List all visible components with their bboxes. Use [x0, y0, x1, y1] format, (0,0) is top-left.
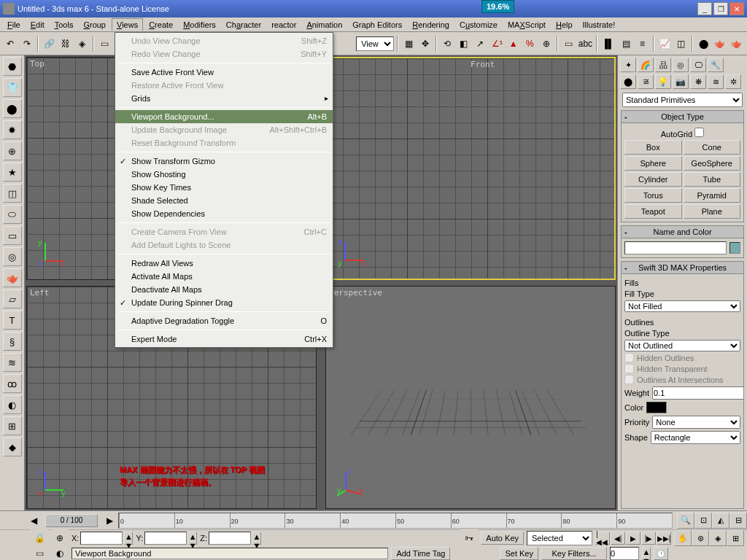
current-frame-input[interactable]	[610, 547, 639, 560]
outline-type-dropdown[interactable]: Not Outlined	[624, 340, 740, 351]
tab-utilities-icon[interactable]: 🔧	[708, 58, 724, 72]
swift3d-header[interactable]: Swift 3D MAX Properties	[622, 262, 743, 274]
primitive-plane-button[interactable]: Plane	[684, 204, 741, 219]
tab-torus-icon[interactable]: ◎	[3, 247, 22, 266]
primitive-geosphere-button[interactable]: GeoSphere	[684, 156, 741, 171]
views-menu-item[interactable]: Show Ghosting	[115, 168, 333, 181]
tab-spacewarps-icon[interactable]: ★	[3, 163, 22, 182]
tab-teapot-icon[interactable]: 🫖	[3, 268, 22, 287]
fill-type-dropdown[interactable]: Not Filled	[624, 300, 740, 312]
tab-plane-icon[interactable]: ▱	[3, 289, 22, 308]
timeline-prev-icon[interactable]: ◀	[25, 512, 42, 529]
keyfilters-button[interactable]: Key Filters...	[541, 547, 607, 560]
menu-grapheditors[interactable]: Graph Editors	[348, 19, 406, 31]
prev-frame-icon[interactable]: ◀|	[611, 532, 625, 545]
tab-lights-icon[interactable]: ⬤	[3, 99, 22, 118]
outline-color-swatch[interactable]	[646, 402, 667, 413]
layers-icon[interactable]: ≡	[635, 35, 650, 52]
window-crossing-icon[interactable]: ▦	[401, 35, 417, 52]
outlines-intersections-checkbox[interactable]	[624, 375, 634, 384]
nav-zoomext-icon[interactable]: ⊟	[729, 513, 747, 529]
primitive-teapot-button[interactable]: Teapot	[624, 204, 682, 219]
key-icon[interactable]: 🗝	[460, 529, 478, 547]
menu-file[interactable]: File	[3, 19, 25, 31]
menu-customize[interactable]: Customize	[455, 19, 502, 31]
play-icon[interactable]: ▶	[626, 532, 640, 545]
priority-dropdown[interactable]: None	[652, 416, 740, 429]
views-menu-item[interactable]: Deactivate All Maps	[115, 283, 333, 296]
z-spinner[interactable]: ▲▼	[252, 532, 261, 545]
nav-minmax-icon[interactable]: ⊞	[727, 530, 744, 546]
sub-lights-icon[interactable]: 💡	[655, 74, 671, 89]
snap-angle-icon[interactable]: ∠³	[489, 35, 505, 52]
bind-icon[interactable]: ◈	[74, 35, 90, 52]
menu-help[interactable]: Help	[551, 19, 577, 31]
time-ruler[interactable]: 0102030405060708090100	[118, 513, 673, 529]
views-menu-item[interactable]: Shade Selected	[115, 194, 333, 207]
nav-walk-icon[interactable]: ◈	[709, 530, 727, 546]
x-spinner[interactable]: ▲▼	[124, 532, 133, 545]
views-menu-item[interactable]: Adaptive Degradation ToggleO	[115, 314, 333, 327]
views-menu-item[interactable]: Update During Spinner Drag	[115, 296, 333, 309]
sub-geometry-icon[interactable]: ⬤	[620, 74, 636, 89]
mirror-icon[interactable]: ▐▌	[600, 35, 616, 52]
menu-edit[interactable]: Edit	[26, 19, 49, 31]
views-menu-item[interactable]: Save Active Front View	[115, 66, 333, 79]
tab-display-icon[interactable]: 🖵	[690, 58, 706, 72]
viewport-perspective[interactable]: Perspective zxy	[325, 286, 616, 509]
menu-character[interactable]: Character	[222, 19, 266, 31]
manip-icon[interactable]: ↗	[473, 35, 488, 52]
views-menu-item[interactable]: Show Transform Gizmo	[115, 155, 333, 168]
name-color-header[interactable]: Name and Color	[622, 226, 743, 238]
percent-snap-icon[interactable]: %	[522, 35, 538, 52]
tab-cameras-icon[interactable]: ✸	[3, 120, 22, 139]
sub-shapes-icon[interactable]: ळ	[638, 74, 654, 89]
material-icon[interactable]: ⬤	[696, 35, 711, 52]
select-icon[interactable]: ▭	[97, 35, 112, 52]
schematic-icon[interactable]: ◫	[673, 35, 689, 52]
hidden-outlines-checkbox[interactable]	[624, 353, 634, 362]
next-frame-icon[interactable]: |▶	[641, 532, 656, 545]
rotate-icon[interactable]: ⟲	[440, 35, 455, 52]
autokey-button[interactable]: Auto Key	[481, 532, 524, 545]
menu-illustrate[interactable]: Illustrate!	[578, 19, 620, 31]
frame-spinner[interactable]: ▲▼	[642, 547, 651, 560]
move-icon[interactable]: ✥	[417, 35, 433, 52]
time-slider[interactable]: 0 / 100	[45, 514, 98, 527]
minimize-button[interactable]: _	[697, 2, 712, 15]
tab-hierarchy-icon[interactable]: 品	[655, 58, 671, 72]
view-selector[interactable]: View	[356, 36, 394, 51]
views-menu-item[interactable]: Activate All Maps	[115, 270, 333, 283]
views-menu-item[interactable]: Grids	[115, 92, 333, 105]
link-icon[interactable]: 🔗	[42, 35, 57, 52]
spinner-snap-icon[interactable]: ⊕	[539, 35, 554, 52]
sub-cameras-icon[interactable]: 📷	[673, 74, 689, 89]
menu-reactor[interactable]: reactor	[267, 19, 301, 31]
hidden-transparent-checkbox[interactable]	[624, 364, 634, 373]
tab-systems-icon[interactable]: ◫	[3, 184, 22, 203]
align-icon[interactable]: ▤	[619, 35, 634, 52]
primitive-pyramid-button[interactable]: Pyramid	[684, 188, 741, 203]
redo-icon[interactable]: ↷	[20, 35, 35, 52]
nav-zoom-icon[interactable]: 🔍	[677, 513, 694, 529]
tab-objects-icon[interactable]: ⬣	[3, 57, 22, 76]
sub-systems-icon[interactable]: ✲	[725, 74, 741, 89]
views-menu-item[interactable]: Show Key Times	[115, 181, 333, 194]
menu-maxscript[interactable]: MAXScript	[503, 19, 550, 31]
views-menu-item[interactable]: Redraw All Views	[115, 257, 333, 270]
tab-cylinder-icon[interactable]: ⬭	[3, 205, 22, 224]
addtimetag-button[interactable]: Add Time Tag	[391, 547, 450, 560]
time-config-icon[interactable]: 🕐	[654, 547, 668, 560]
scale-icon[interactable]: ◧	[457, 35, 472, 52]
shape-dropdown[interactable]: Rectangle	[651, 431, 740, 444]
close-button[interactable]: ✕	[729, 2, 744, 15]
primitive-box-button[interactable]: Box	[624, 140, 682, 155]
coord-y-input[interactable]	[144, 532, 187, 545]
views-menu-item[interactable]: Expert ModeCtrl+X	[115, 332, 333, 346]
undo-icon[interactable]: ↶	[3, 35, 18, 52]
object-color-swatch[interactable]	[729, 242, 740, 254]
goto-end-icon[interactable]: ▶▶|	[657, 532, 671, 545]
tab-spiral-icon[interactable]: §	[3, 332, 22, 351]
object-type-header[interactable]: Object Type	[622, 111, 743, 123]
autogrid-checkbox[interactable]	[694, 128, 704, 137]
